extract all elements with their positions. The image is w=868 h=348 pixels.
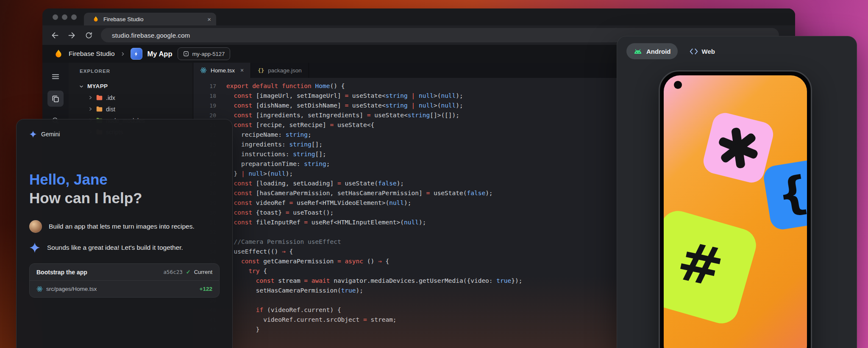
task-title: Bootstrap the app xyxy=(36,269,160,276)
gemini-panel: Gemini Hello, Jane How can I help? Build… xyxy=(16,119,233,348)
browser-tab-strip: Firebase Studio × xyxy=(42,8,795,25)
back-icon[interactable] xyxy=(50,30,59,40)
preview-panel: Android Web { # xyxy=(617,36,857,348)
editor-tab-package-json[interactable]: {} package.json xyxy=(251,63,309,78)
browser-tab-title: Firebase Studio xyxy=(103,16,203,22)
hash-glyph: # xyxy=(672,232,728,298)
explorer-title: EXPLORER xyxy=(80,69,193,74)
line-number: 17 xyxy=(193,81,226,91)
firebase-flame-icon xyxy=(53,49,64,59)
chat-message-text: Sounds like a great idea! Let's build it… xyxy=(47,244,183,251)
chat-message-text: Build an app that lets me turn images in… xyxy=(49,223,195,230)
diff-added-count: +122 xyxy=(200,286,212,292)
project-badge-icon xyxy=(183,51,189,57)
line-number: 19 xyxy=(193,101,226,110)
explorer-folder-dist[interactable]: dist xyxy=(69,103,193,115)
toggle-web[interactable]: Web xyxy=(683,43,722,59)
check-icon: ✓ xyxy=(186,269,191,275)
folder-name: dist xyxy=(106,106,115,113)
browser-tab[interactable]: Firebase Studio × xyxy=(84,13,216,25)
app-project-icon xyxy=(131,48,142,60)
toggle-android-label: Android xyxy=(646,48,671,55)
commit-hash: a56c23 xyxy=(164,269,183,275)
editor-tab-home-tsx[interactable]: Home.tsx × xyxy=(193,63,251,78)
preview-target-toggles: Android Web xyxy=(617,36,857,59)
greeting-line-2: How can I help? xyxy=(29,189,220,207)
explorer-folder-.idx[interactable]: .idx xyxy=(69,92,193,103)
window-control-zoom[interactable] xyxy=(71,14,77,20)
task-card-header: Bootstrap the app a56c23 ✓ Current xyxy=(30,264,219,280)
gemini-header: Gemini xyxy=(29,130,220,138)
chat-message-gemini: Sounds like a great idea! Let's build it… xyxy=(29,242,220,253)
bootstrap-task-card[interactable]: Bootstrap the app a56c23 ✓ Current src/p… xyxy=(29,263,220,298)
forward-icon[interactable] xyxy=(67,30,76,40)
tree-root-myapp[interactable]: MYAPP xyxy=(69,80,193,92)
close-icon[interactable]: × xyxy=(240,67,244,74)
phone-screen: { # xyxy=(664,75,807,348)
address-bar-url: studio.firebase.google.com xyxy=(112,32,190,39)
folder-icon xyxy=(96,105,103,113)
android-icon xyxy=(633,48,643,55)
greeting-line-1: Hello, Jane xyxy=(29,170,220,189)
react-icon xyxy=(200,67,207,74)
android-phone-mockup: { # xyxy=(659,70,812,348)
line-number: 18 xyxy=(193,91,226,101)
window-control-minimize[interactable] xyxy=(62,14,67,20)
gemini-spark-icon xyxy=(29,130,37,138)
phone-camera-hole xyxy=(674,81,682,89)
green-hash-shape: # xyxy=(664,207,760,327)
window-controls xyxy=(53,14,77,20)
window-control-close[interactable] xyxy=(53,14,58,20)
brand-title: Firebase Studio xyxy=(69,50,115,58)
code-brackets-icon xyxy=(690,48,698,55)
blue-brace-shape: { xyxy=(762,157,807,231)
root-folder-name: MYAPP xyxy=(87,83,108,89)
chat-message-user: Build an app that lets me turn images in… xyxy=(29,220,220,233)
braces-icon: {} xyxy=(258,67,264,74)
toggle-web-label: Web xyxy=(702,48,715,55)
chevron-right-icon xyxy=(88,107,93,111)
react-icon xyxy=(36,286,43,292)
folder-name: .idx xyxy=(106,94,115,101)
caret-down-icon xyxy=(79,84,84,89)
project-id-label: my-app-5127 xyxy=(192,51,225,57)
project-id-badge[interactable]: my-app-5127 xyxy=(178,47,231,60)
gemini-spark-icon xyxy=(29,242,40,253)
user-avatar xyxy=(29,220,42,233)
tab-close-icon[interactable]: × xyxy=(207,16,211,23)
task-status: Current xyxy=(194,269,212,275)
changed-file-row[interactable]: src/pages/Home.tsx +122 xyxy=(30,281,219,297)
toggle-android[interactable]: Android xyxy=(626,43,678,59)
changed-file-path: src/pages/Home.tsx xyxy=(46,286,196,292)
firebase-flame-icon xyxy=(92,16,99,22)
project-name: My App xyxy=(147,50,172,58)
menu-icon[interactable] xyxy=(47,69,64,85)
folder-icon xyxy=(96,94,103,101)
chevron-right-icon xyxy=(88,95,93,100)
editor-tab-label: package.json xyxy=(268,67,302,74)
gemini-greeting: Hello, Jane How can I help? xyxy=(29,170,220,207)
editor-tab-label: Home.tsx xyxy=(211,67,235,74)
background-gradient: Firebase Studio × studio.firebase.google… xyxy=(0,0,868,348)
gemini-title: Gemini xyxy=(41,131,60,138)
files-icon[interactable] xyxy=(47,91,64,107)
refresh-icon[interactable] xyxy=(84,30,93,40)
breadcrumb-chevron-icon xyxy=(120,51,125,57)
curly-brace-glyph: { xyxy=(773,165,807,222)
